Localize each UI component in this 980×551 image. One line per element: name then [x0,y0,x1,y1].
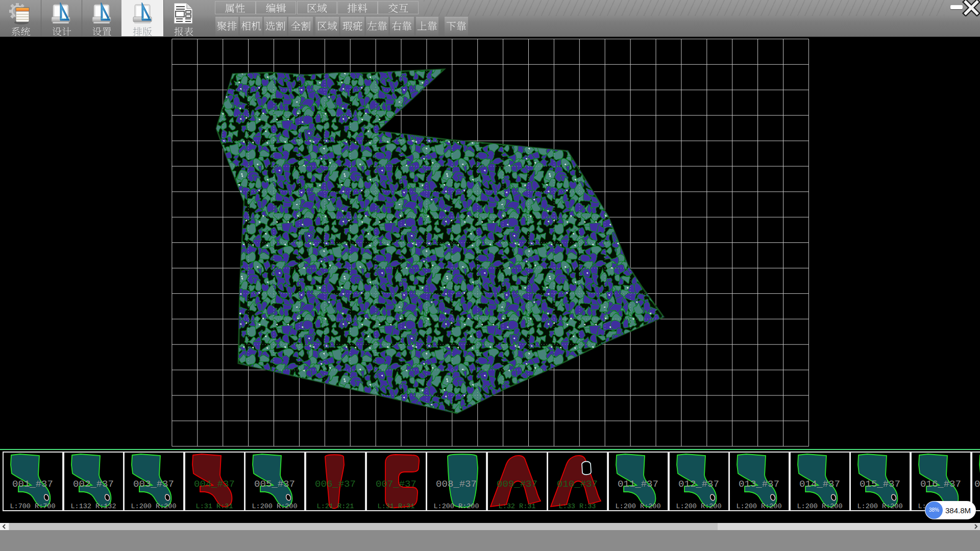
svg-text:012_#37: 012_#37 [678,479,719,490]
svg-text:005_#37: 005_#37 [254,479,295,490]
svg-text:011_#37: 011_#37 [618,479,658,490]
svg-text:013_#37: 013_#37 [739,479,779,490]
svg-text:007_#37: 007_#37 [376,479,416,490]
svg-text:L:200 R:200: L:200 R:200 [737,503,782,510]
svg-text:016_#37: 016_#37 [920,479,961,490]
svg-text:L:31 R:31: L:31 R:31 [377,503,414,510]
svg-text:001_#37: 001_#37 [12,479,53,490]
svg-text:L:200 R:200: L:200 R:200 [252,503,298,510]
svg-text:L:33 R:33: L:33 R:33 [559,503,596,510]
svg-text:L:32 R:31: L:32 R:31 [498,503,535,510]
svg-text:L:200 R:200: L:200 R:200 [797,503,842,510]
svg-text:004_#37: 004_#37 [194,479,235,490]
svg-text:L:31 R:31: L:31 R:31 [195,503,233,510]
svg-text:L:200 R:200: L:200 R:200 [857,503,903,510]
svg-text:010_#37: 010_#37 [557,479,598,490]
svg-text:003_#37: 003_#37 [133,479,174,490]
svg-text:009_#37: 009_#37 [497,479,537,490]
svg-text:L:200 R:200: L:200 R:200 [434,503,479,510]
svg-text:L:200 R:200: L:200 R:200 [131,503,177,510]
svg-text:0: 0 [974,479,980,490]
svg-text:L:21 R:21: L:21 R:21 [317,503,354,510]
svg-text:002_#37: 002_#37 [73,479,114,490]
svg-text:015_#37: 015_#37 [860,479,900,490]
svg-text:008_#37: 008_#37 [436,479,477,490]
svg-text:L:700 R:700: L:700 R:700 [10,503,55,510]
svg-text:L:200 R:200: L:200 R:200 [615,503,660,510]
svg-text:L:200 R:200: L:200 R:200 [676,503,721,510]
svg-text:006_#37: 006_#37 [315,479,356,490]
svg-text:014_#37: 014_#37 [799,479,840,490]
svg-text:L:132 R:132: L:132 R:132 [70,503,116,510]
